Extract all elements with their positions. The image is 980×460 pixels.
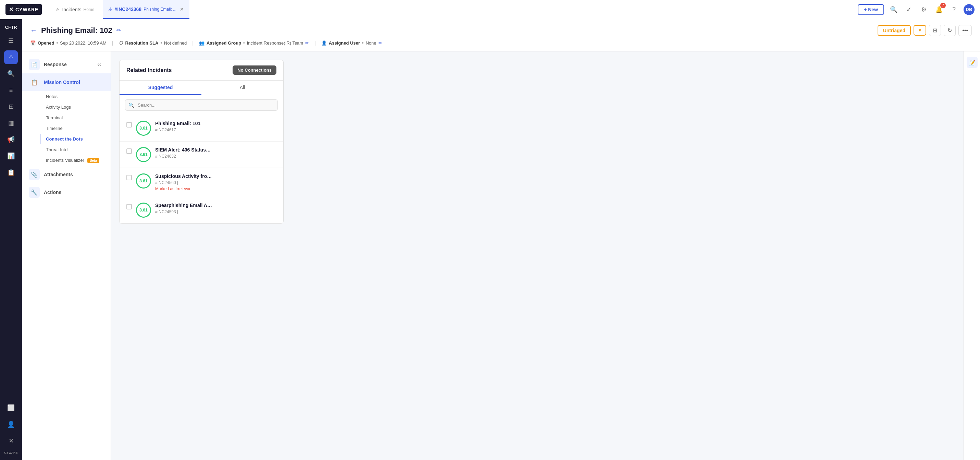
tab-close-button[interactable]: ✕ — [180, 6, 184, 12]
incidents-visualizer-label: Incidents Visualizer — [46, 158, 84, 163]
incident-name-1[interactable]: Phishing Email: 101 — [155, 121, 277, 126]
checkbox-2[interactable] — [126, 149, 132, 154]
list-item: 8.61 Phishing Email: 101 #INC24617 — [119, 115, 283, 142]
score-value-2: 8.61 — [139, 152, 147, 157]
tab-all[interactable]: All — [201, 81, 283, 95]
active-tab-warning-icon: ⚠ — [108, 6, 113, 12]
actions-label: Actions — [44, 190, 61, 195]
sidebar-item-display[interactable]: ⬜ — [4, 401, 18, 415]
home-breadcrumb: Incidents — [62, 7, 81, 12]
score-circle-3: 8.61 — [136, 173, 151, 188]
incident-header: ← Phishing Email: 102 ✏ Untriaged ▼ ⊞ ↻ … — [22, 19, 980, 51]
nav-item-mission-control[interactable]: 📋 Mission Control — [22, 73, 111, 91]
checkbox-3[interactable] — [126, 175, 132, 180]
nav-sub-item-activity-logs[interactable]: Activity Logs — [40, 102, 111, 112]
nav-sub-item-connect-the-dots[interactable]: Connect the Dots — [40, 134, 111, 144]
tab-home[interactable]: ⚠ Incidents Home — [50, 0, 100, 19]
new-button[interactable]: + New — [858, 4, 884, 15]
sidebar-item-grid[interactable]: ⊞ — [4, 100, 18, 113]
sidebar-item-monitor[interactable]: ▦ — [4, 116, 18, 130]
sidebar-item-user[interactable]: 👤 — [4, 417, 18, 431]
tab-active-incident[interactable]: ⚠ #INC242368 Phishing Email: ... ✕ — [103, 0, 190, 19]
action-icon-button-2[interactable]: ↻ — [944, 25, 956, 36]
sidebar-bottom: ⬜ 👤 ✕ CYWARE — [4, 401, 18, 455]
search-icon[interactable]: 🔍 — [888, 4, 899, 15]
sidebar-item-search[interactable]: 🔍 — [4, 67, 18, 81]
incident-name-2[interactable]: SIEM Alert: 406 Status… — [155, 147, 277, 153]
content-area: 📄 Response ‹‹ 📋 Mission Control Notes — [22, 51, 980, 460]
checkmark-icon[interactable]: ✓ — [903, 4, 914, 15]
status-untriaged-button[interactable]: Untriaged — [878, 25, 911, 36]
logo-x-icon: ✕ — [9, 6, 13, 13]
topbar-right: + New 🔍 ✓ ⚙ 🔔 7 ? DB — [858, 4, 975, 15]
opened-label: Opened — [38, 40, 54, 46]
incident-name-3[interactable]: Suspicious Activity fro… — [155, 173, 277, 179]
help-icon[interactable]: ? — [948, 4, 959, 15]
right-panel: 📝 — [964, 51, 980, 460]
response-label: Response — [44, 62, 67, 67]
nav-item-response[interactable]: 📄 Response ‹‹ — [22, 56, 111, 73]
checkbox-wrap — [126, 203, 132, 209]
sidebar-item-clipboard[interactable]: 📋 — [4, 166, 18, 179]
settings-icon[interactable]: ⚙ — [918, 4, 929, 15]
nav-panel: 📄 Response ‹‹ 📋 Mission Control Notes — [22, 51, 111, 460]
sep-2: | — [192, 40, 194, 46]
connect-the-dots-label: Connect the Dots — [46, 136, 83, 142]
sep-1: | — [112, 40, 113, 46]
checkbox-1[interactable] — [126, 122, 132, 128]
nav-item-attachments[interactable]: 📎 Attachments — [22, 166, 111, 184]
nav-item-actions[interactable]: 🔧 Actions — [22, 184, 111, 201]
score-value-3: 8.61 — [139, 179, 147, 184]
incident-info-4: Spearphishing Email A… #INC24593 | — [155, 203, 277, 214]
sidebar-item-chart[interactable]: 📊 — [4, 149, 18, 163]
response-icon: 📄 — [29, 59, 40, 70]
warning-icon: ⚠ — [56, 7, 60, 12]
nav-sub-item-timeline[interactable]: Timeline — [40, 123, 111, 134]
nav-section: 📄 Response ‹‹ 📋 Mission Control Notes — [22, 51, 111, 205]
sla-sep: • — [160, 40, 162, 46]
opened-value: Sep 20 2022, 10:59 AM — [60, 40, 107, 46]
edit-title-icon[interactable]: ✏ — [116, 27, 121, 34]
nav-sub-item-threat-intel[interactable]: Threat Intel — [40, 144, 111, 155]
action-icon-button-1[interactable]: ⊞ — [929, 25, 941, 36]
notification-icon[interactable]: 🔔 7 — [934, 4, 944, 15]
topbar: ✕ CYWARE ⚠ Incidents Home ⚠ #INC242368 P… — [0, 0, 980, 19]
sidebar-item-megaphone[interactable]: 📢 — [4, 133, 18, 146]
score-value-4: 8.61 — [139, 208, 147, 212]
nav-sub-item-notes[interactable]: Notes — [40, 91, 111, 102]
nav-sub-item-terminal[interactable]: Terminal — [40, 112, 111, 123]
status-dropdown-button[interactable]: ▼ — [913, 25, 926, 36]
sidebar-item-alert[interactable]: ⚠ — [4, 50, 18, 64]
nav-sub-item-incidents-visualizer[interactable]: Incidents Visualizer Beta — [40, 155, 111, 166]
incident-name-4[interactable]: Spearphishing Email A… — [155, 203, 277, 208]
search-input[interactable] — [125, 99, 278, 111]
sla-status: ⏱ Resolution SLA • Not defined — [119, 40, 187, 46]
sidebar-item-list[interactable]: ≡ — [4, 83, 18, 97]
edit-group-icon[interactable]: ✏ — [305, 40, 309, 46]
sidebar-item-menu[interactable]: ☰ — [4, 34, 18, 48]
beta-badge: Beta — [88, 158, 99, 163]
incident-id-1: #INC24617 — [155, 128, 277, 132]
score-circle-4: 8.61 — [136, 203, 151, 218]
logo-area: ✕ CYWARE — [5, 4, 42, 15]
incident-info-1: Phishing Email: 101 #INC24617 — [155, 121, 277, 132]
terminal-label: Terminal — [46, 115, 63, 120]
edit-user-icon[interactable]: ✏ — [379, 40, 382, 46]
assigned-group-label: Assigned Group — [207, 40, 241, 46]
more-options-button[interactable]: ••• — [958, 25, 972, 36]
cftr-label: CFTR — [5, 25, 17, 30]
incident-id-4: #INC24593 | — [155, 209, 277, 214]
right-panel-notes-icon[interactable]: 📝 — [967, 57, 978, 68]
main-panel: Related Incidents No Connections Suggest… — [111, 51, 964, 460]
collapse-button[interactable]: ‹‹ — [95, 60, 104, 69]
user-avatar[interactable]: DB — [964, 4, 975, 15]
list-item: 8.61 SIEM Alert: 406 Status… #INC24632 — [119, 142, 283, 168]
assigned-group-status: 👥 Assigned Group • Incident Response(IR)… — [199, 40, 309, 46]
no-connections-button[interactable]: No Connections — [232, 65, 277, 75]
checkbox-4[interactable] — [126, 204, 132, 209]
score-value-1: 8.61 — [139, 126, 147, 131]
sidebar-item-cyware[interactable]: ✕ — [4, 434, 18, 448]
back-button[interactable]: ← — [30, 26, 37, 34]
search-wrap: 🔍 — [125, 99, 278, 111]
tab-suggested[interactable]: Suggested — [119, 81, 201, 95]
